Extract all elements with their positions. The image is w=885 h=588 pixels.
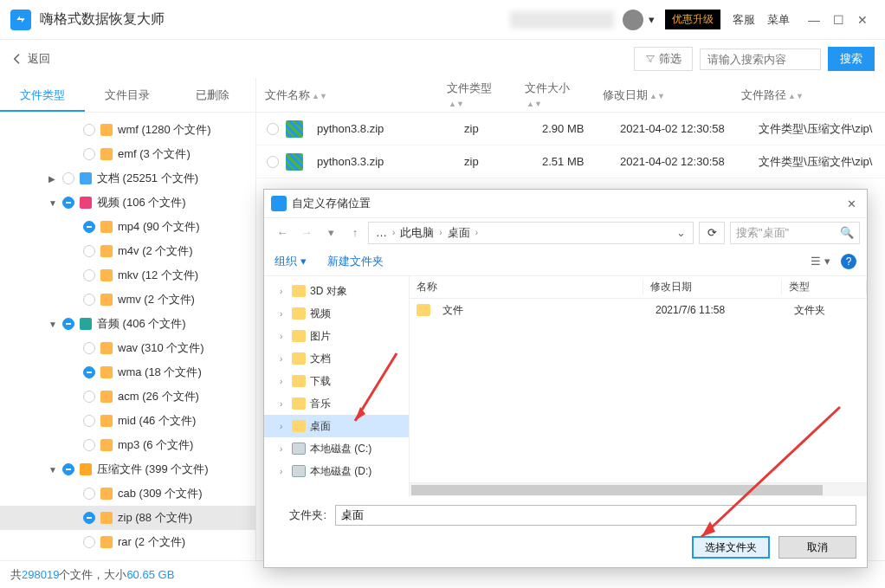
- nav-up-button[interactable]: ↑: [344, 226, 366, 239]
- dcol-date[interactable]: 修改日期: [643, 280, 782, 294]
- tree-item-audio[interactable]: ▼音频 (406 个文件): [0, 312, 255, 336]
- dtree-3d[interactable]: ›3D 对象: [264, 280, 409, 302]
- tree-item-mp3[interactable]: mp3 (6 个文件): [0, 433, 255, 457]
- dialog-close-button[interactable]: ✕: [843, 197, 860, 210]
- upgrade-badge[interactable]: 优惠升级: [665, 10, 720, 29]
- folder-icon: [80, 197, 92, 209]
- folder-icon: [100, 221, 113, 233]
- filter-button[interactable]: 筛选: [634, 47, 693, 71]
- dtree-desktop[interactable]: ›桌面: [264, 415, 409, 437]
- dialog-titlebar: 自定义存储位置 ✕: [264, 190, 867, 217]
- close-button[interactable]: ✕: [850, 13, 875, 27]
- account-caret-icon[interactable]: ▾: [649, 13, 655, 26]
- dialog-list-row[interactable]: 文件 2021/7/6 11:58 文件夹: [410, 299, 867, 321]
- tree-item-video[interactable]: ▼视频 (106 个文件): [0, 191, 255, 215]
- dialog-command-bar: 组织 ▾ 新建文件夹 ☰ ▾ ?: [264, 247, 867, 276]
- file-row[interactable]: python3.8.zip zip 2.90 MB 2021-04-02 12:…: [256, 113, 885, 145]
- folder-icon: [100, 439, 113, 451]
- tree-item-wma[interactable]: wma (18 个文件): [0, 360, 255, 384]
- tab-file-dir[interactable]: 文件目录: [85, 78, 170, 112]
- tree-item-wav[interactable]: wav (310 个文件): [0, 336, 255, 360]
- back-button[interactable]: 返回: [10, 51, 50, 67]
- row-checkbox[interactable]: [267, 123, 279, 135]
- tree-item-mp4[interactable]: mp4 (90 个文件): [0, 215, 255, 239]
- file-row[interactable]: python3.3.zip zip 2.51 MB 2021-04-02 12:…: [256, 145, 885, 178]
- dtree-music[interactable]: ›音乐: [264, 392, 409, 415]
- tree-item-mid[interactable]: mid (46 个文件): [0, 409, 255, 433]
- dtree-pictures[interactable]: ›图片: [264, 325, 409, 347]
- avatar-icon[interactable]: [623, 10, 643, 30]
- nav-recent-button[interactable]: ▾: [320, 226, 342, 239]
- folder-icon: [292, 375, 306, 387]
- dcol-name[interactable]: 名称: [410, 280, 643, 294]
- maximize-button[interactable]: ☐: [826, 13, 850, 27]
- tree-item-m4v[interactable]: m4v (2 个文件): [0, 239, 255, 263]
- dtree-video[interactable]: ›视频: [264, 302, 409, 325]
- tree-item-acm[interactable]: acm (26 个文件): [0, 384, 255, 409]
- search-input[interactable]: [700, 48, 821, 70]
- col-size[interactable]: 文件大小▲▼: [516, 81, 594, 109]
- folder-icon: [100, 269, 113, 281]
- tree-item-other[interactable]: 其他 (238770 个文件): [0, 554, 255, 560]
- help-button[interactable]: ?: [841, 254, 856, 269]
- tree-item-cab[interactable]: cab (309 个文件): [0, 481, 255, 506]
- dialog-search-input[interactable]: 搜索"桌面" 🔍: [730, 222, 860, 244]
- folder-icon: [100, 245, 113, 257]
- toolbar: 返回 筛选 搜索: [0, 40, 885, 78]
- dialog-logo-icon: [271, 196, 287, 211]
- crumb-pc[interactable]: 此电脑: [400, 225, 434, 241]
- col-name[interactable]: 文件名称▲▼: [256, 87, 438, 103]
- select-folder-button[interactable]: 选择文件夹: [692, 536, 770, 559]
- folder-icon: [100, 415, 113, 427]
- tab-deleted[interactable]: 已删除: [171, 78, 255, 112]
- dtree-drive-d[interactable]: ›本地磁盘 (D:): [264, 460, 409, 482]
- folder-icon: [100, 488, 113, 500]
- folder-input[interactable]: [335, 505, 856, 526]
- refresh-button[interactable]: ⟳: [699, 222, 725, 244]
- blurred-info: [510, 11, 614, 29]
- dtree-downloads[interactable]: ›下载: [264, 370, 409, 392]
- hscrollbar[interactable]: [410, 482, 867, 496]
- menu-link[interactable]: 菜单: [767, 12, 790, 28]
- address-dropdown-icon[interactable]: ⌄: [676, 226, 686, 239]
- tree-item-mkv[interactable]: mkv (12 个文件): [0, 263, 255, 288]
- file-count: 298019: [22, 568, 59, 581]
- col-date[interactable]: 修改日期▲▼: [594, 87, 733, 103]
- sidebar-tabs: 文件类型 文件目录 已删除: [0, 78, 255, 113]
- col-path[interactable]: 文件路径▲▼: [733, 87, 885, 103]
- total-size: 60.65 GB: [126, 568, 174, 581]
- nav-forward-button[interactable]: →: [295, 226, 318, 239]
- address-bar[interactable]: …› 此电脑› 桌面› ⌄: [368, 222, 694, 244]
- tree-item-wmv[interactable]: wmv (2 个文件): [0, 288, 255, 312]
- search-button[interactable]: 搜索: [828, 47, 875, 71]
- app-title: 嗨格式数据恢复大师: [40, 10, 165, 29]
- zip-icon: [286, 153, 303, 171]
- support-link[interactable]: 客服: [733, 12, 755, 28]
- col-type[interactable]: 文件类型▲▼: [438, 81, 516, 109]
- dtree-docs[interactable]: ›文档: [264, 347, 409, 370]
- tree-item-zip[interactable]: zip (88 个文件): [0, 506, 255, 530]
- drive-icon: [292, 443, 306, 455]
- dtree-drive-c[interactable]: ›本地磁盘 (C:): [264, 437, 409, 460]
- chevron-down-icon: ▼: [48, 198, 61, 208]
- crumb-desktop[interactable]: 桌面: [448, 225, 470, 241]
- chevron-down-icon: ▼: [48, 465, 61, 475]
- sidebar: 文件类型 文件目录 已删除 wmf (1280 个文件) emf (3 个文件)…: [0, 78, 256, 560]
- view-button[interactable]: ☰ ▾: [811, 255, 830, 268]
- tab-file-type[interactable]: 文件类型: [0, 78, 85, 112]
- tree-item-docs[interactable]: ▶文档 (25251 个文件): [0, 166, 255, 191]
- tree-item-wmf[interactable]: wmf (1280 个文件): [0, 118, 255, 142]
- tree-item-rar[interactable]: rar (2 个文件): [0, 530, 255, 554]
- cancel-button[interactable]: 取消: [778, 536, 856, 559]
- chevron-right-icon: ▶: [48, 174, 61, 184]
- dialog-list-header: 名称 修改日期 类型: [410, 276, 867, 299]
- row-checkbox[interactable]: [267, 156, 279, 168]
- organize-button[interactable]: 组织 ▾: [275, 254, 307, 269]
- minimize-button[interactable]: —: [802, 13, 826, 27]
- ellipsis-icon: …: [376, 226, 387, 239]
- new-folder-button[interactable]: 新建文件夹: [327, 254, 384, 269]
- tree-item-archive[interactable]: ▼压缩文件 (399 个文件): [0, 457, 255, 481]
- tree-item-emf[interactable]: emf (3 个文件): [0, 142, 255, 166]
- nav-back-button[interactable]: ←: [271, 226, 294, 239]
- dcol-type[interactable]: 类型: [782, 280, 867, 294]
